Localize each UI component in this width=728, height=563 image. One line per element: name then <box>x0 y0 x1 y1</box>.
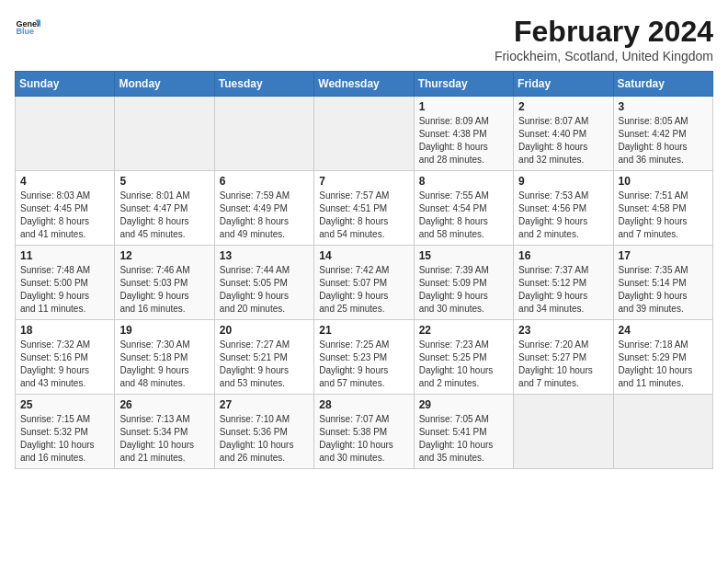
calendar-cell: 18Sunrise: 7:32 AM Sunset: 5:16 PM Dayli… <box>16 320 115 395</box>
cell-info: Sunrise: 7:37 AM Sunset: 5:12 PM Dayligh… <box>518 264 608 316</box>
calendar-cell: 13Sunrise: 7:44 AM Sunset: 5:05 PM Dayli… <box>214 246 313 320</box>
cell-info: Sunrise: 7:32 AM Sunset: 5:16 PM Dayligh… <box>20 339 109 390</box>
cell-info: Sunrise: 7:53 AM Sunset: 4:56 PM Dayligh… <box>518 190 608 241</box>
header-monday: Monday <box>115 72 214 97</box>
day-number: 16 <box>518 249 608 262</box>
calendar-body: 1Sunrise: 8:09 AM Sunset: 4:38 PM Daylig… <box>16 97 713 469</box>
calendar-cell: 8Sunrise: 7:55 AM Sunset: 4:54 PM Daylig… <box>414 171 513 246</box>
cell-info: Sunrise: 7:42 AM Sunset: 5:07 PM Dayligh… <box>319 264 408 316</box>
cell-info: Sunrise: 8:01 AM Sunset: 4:47 PM Dayligh… <box>119 190 209 241</box>
header-sunday: Sunday <box>16 72 115 97</box>
calendar-cell: 17Sunrise: 7:35 AM Sunset: 5:14 PM Dayli… <box>613 246 712 320</box>
day-number: 3 <box>619 100 708 113</box>
calendar-cell: 12Sunrise: 7:46 AM Sunset: 5:03 PM Dayli… <box>115 246 214 320</box>
calendar-cell: 27Sunrise: 7:10 AM Sunset: 5:36 PM Dayli… <box>214 395 313 469</box>
day-number: 7 <box>319 175 408 188</box>
day-number: 22 <box>419 324 508 337</box>
week-row-2: 4Sunrise: 8:03 AM Sunset: 4:45 PM Daylig… <box>16 171 713 246</box>
day-number: 17 <box>619 249 708 262</box>
calendar-cell: 6Sunrise: 7:59 AM Sunset: 4:49 PM Daylig… <box>214 171 313 246</box>
week-row-5: 25Sunrise: 7:15 AM Sunset: 5:32 PM Dayli… <box>16 395 713 469</box>
calendar-cell <box>16 97 115 171</box>
header: General Blue February 2024 Friockheim, S… <box>15 15 713 63</box>
day-number: 1 <box>419 100 508 113</box>
day-number: 4 <box>20 175 109 188</box>
day-number: 19 <box>119 324 209 337</box>
header-tuesday: Tuesday <box>214 72 313 97</box>
calendar-cell: 1Sunrise: 8:09 AM Sunset: 4:38 PM Daylig… <box>414 97 513 171</box>
logo: General Blue <box>15 15 40 40</box>
cell-info: Sunrise: 7:05 AM Sunset: 5:41 PM Dayligh… <box>419 413 508 465</box>
subtitle: Friockheim, Scotland, United Kingdom <box>495 49 713 63</box>
main-title: February 2024 <box>495 15 713 49</box>
calendar-cell: 11Sunrise: 7:48 AM Sunset: 5:00 PM Dayli… <box>16 246 115 320</box>
calendar-cell <box>115 97 214 171</box>
day-number: 27 <box>220 398 309 411</box>
calendar-cell <box>514 395 613 469</box>
logo-icon: General Blue <box>15 15 40 40</box>
week-row-4: 18Sunrise: 7:32 AM Sunset: 5:16 PM Dayli… <box>16 320 713 395</box>
calendar-cell: 26Sunrise: 7:13 AM Sunset: 5:34 PM Dayli… <box>115 395 214 469</box>
cell-info: Sunrise: 7:10 AM Sunset: 5:36 PM Dayligh… <box>220 413 309 465</box>
svg-text:Blue: Blue <box>16 27 34 36</box>
calendar-cell: 3Sunrise: 8:05 AM Sunset: 4:42 PM Daylig… <box>613 97 712 171</box>
calendar-cell: 16Sunrise: 7:37 AM Sunset: 5:12 PM Dayli… <box>514 246 613 320</box>
day-number: 28 <box>319 398 408 411</box>
cell-info: Sunrise: 7:39 AM Sunset: 5:09 PM Dayligh… <box>419 264 508 316</box>
calendar-cell: 20Sunrise: 7:27 AM Sunset: 5:21 PM Dayli… <box>214 320 313 395</box>
calendar-cell: 28Sunrise: 7:07 AM Sunset: 5:38 PM Dayli… <box>314 395 414 469</box>
cell-info: Sunrise: 7:20 AM Sunset: 5:27 PM Dayligh… <box>518 339 608 390</box>
week-row-1: 1Sunrise: 8:09 AM Sunset: 4:38 PM Daylig… <box>16 97 713 171</box>
cell-info: Sunrise: 7:44 AM Sunset: 5:05 PM Dayligh… <box>220 264 309 316</box>
cell-info: Sunrise: 7:15 AM Sunset: 5:32 PM Dayligh… <box>20 413 109 465</box>
day-number: 20 <box>220 324 309 337</box>
day-number: 14 <box>319 249 408 262</box>
cell-info: Sunrise: 7:35 AM Sunset: 5:14 PM Dayligh… <box>619 264 708 316</box>
day-number: 15 <box>419 249 508 262</box>
calendar-cell: 29Sunrise: 7:05 AM Sunset: 5:41 PM Dayli… <box>414 395 513 469</box>
calendar-cell: 5Sunrise: 8:01 AM Sunset: 4:47 PM Daylig… <box>115 171 214 246</box>
day-number: 25 <box>20 398 109 411</box>
calendar-cell: 19Sunrise: 7:30 AM Sunset: 5:18 PM Dayli… <box>115 320 214 395</box>
day-number: 18 <box>20 324 109 337</box>
day-number: 10 <box>619 175 708 188</box>
cell-info: Sunrise: 7:30 AM Sunset: 5:18 PM Dayligh… <box>119 339 209 390</box>
calendar-cell <box>214 97 313 171</box>
cell-info: Sunrise: 8:09 AM Sunset: 4:38 PM Dayligh… <box>419 115 508 167</box>
calendar-cell <box>314 97 414 171</box>
day-number: 11 <box>20 249 109 262</box>
calendar-table: SundayMondayTuesdayWednesdayThursdayFrid… <box>15 71 713 469</box>
day-number: 8 <box>419 175 508 188</box>
calendar-header: SundayMondayTuesdayWednesdayThursdayFrid… <box>16 72 713 97</box>
header-thursday: Thursday <box>414 72 513 97</box>
header-row: SundayMondayTuesdayWednesdayThursdayFrid… <box>16 72 713 97</box>
cell-info: Sunrise: 7:55 AM Sunset: 4:54 PM Dayligh… <box>419 190 508 241</box>
calendar-cell: 24Sunrise: 7:18 AM Sunset: 5:29 PM Dayli… <box>613 320 712 395</box>
cell-info: Sunrise: 7:25 AM Sunset: 5:23 PM Dayligh… <box>319 339 408 390</box>
cell-info: Sunrise: 7:27 AM Sunset: 5:21 PM Dayligh… <box>220 339 309 390</box>
day-number: 6 <box>220 175 309 188</box>
cell-info: Sunrise: 7:51 AM Sunset: 4:58 PM Dayligh… <box>619 190 708 241</box>
header-saturday: Saturday <box>613 72 712 97</box>
day-number: 21 <box>319 324 408 337</box>
header-wednesday: Wednesday <box>314 72 414 97</box>
calendar-cell: 23Sunrise: 7:20 AM Sunset: 5:27 PM Dayli… <box>514 320 613 395</box>
calendar-cell: 25Sunrise: 7:15 AM Sunset: 5:32 PM Dayli… <box>16 395 115 469</box>
calendar-cell <box>613 395 712 469</box>
header-friday: Friday <box>514 72 613 97</box>
calendar-cell: 7Sunrise: 7:57 AM Sunset: 4:51 PM Daylig… <box>314 171 414 246</box>
calendar-cell: 15Sunrise: 7:39 AM Sunset: 5:09 PM Dayli… <box>414 246 513 320</box>
calendar-cell: 4Sunrise: 8:03 AM Sunset: 4:45 PM Daylig… <box>16 171 115 246</box>
cell-info: Sunrise: 7:48 AM Sunset: 5:00 PM Dayligh… <box>20 264 109 316</box>
cell-info: Sunrise: 8:03 AM Sunset: 4:45 PM Dayligh… <box>20 190 109 241</box>
calendar-cell: 21Sunrise: 7:25 AM Sunset: 5:23 PM Dayli… <box>314 320 414 395</box>
cell-info: Sunrise: 7:59 AM Sunset: 4:49 PM Dayligh… <box>220 190 309 241</box>
calendar-cell: 9Sunrise: 7:53 AM Sunset: 4:56 PM Daylig… <box>514 171 613 246</box>
cell-info: Sunrise: 8:07 AM Sunset: 4:40 PM Dayligh… <box>518 115 608 167</box>
day-number: 12 <box>119 249 209 262</box>
cell-info: Sunrise: 8:05 AM Sunset: 4:42 PM Dayligh… <box>619 115 708 167</box>
cell-info: Sunrise: 7:13 AM Sunset: 5:34 PM Dayligh… <box>119 413 209 465</box>
day-number: 29 <box>419 398 508 411</box>
cell-info: Sunrise: 7:57 AM Sunset: 4:51 PM Dayligh… <box>319 190 408 241</box>
calendar-cell: 2Sunrise: 8:07 AM Sunset: 4:40 PM Daylig… <box>514 97 613 171</box>
